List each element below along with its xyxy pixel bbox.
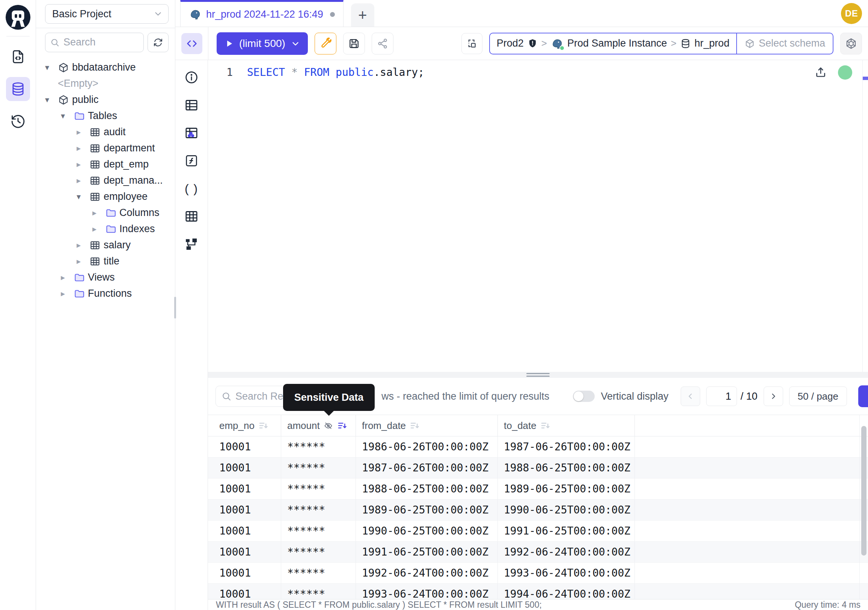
table-row[interactable]: 10001******1990-06-25T00:00:00Z1991-06-2… — [208, 521, 868, 542]
table-scrollbar-thumb[interactable] — [861, 426, 866, 556]
sidebar-search-input[interactable] — [64, 36, 139, 48]
schema-selector[interactable]: Select schema — [736, 33, 833, 54]
tree-item-tables[interactable]: ▾Tables — [36, 108, 175, 124]
next-page-button[interactable] — [764, 386, 783, 406]
column-header-from_date[interactable]: from_date — [356, 415, 498, 436]
tree-item-functions[interactable]: ▸Functions — [36, 286, 175, 302]
table-row[interactable]: 10001******1987-06-26T00:00:00Z1988-06-2… — [208, 458, 868, 478]
connection-breadcrumb[interactable]: Prod2 > Prod Sample Instance > hr_prod — [489, 33, 834, 54]
tree-item-audit[interactable]: ▸audit — [36, 124, 175, 140]
table-row[interactable]: 10001******1992-06-24T00:00:00Z1993-06-2… — [208, 563, 868, 584]
schema-diagram-icon[interactable] — [183, 235, 200, 253]
tree-item-dept-emp[interactable]: ▸dept_emp — [36, 156, 175, 172]
functions-panel-icon[interactable] — [183, 152, 200, 170]
history-icon[interactable] — [6, 109, 30, 133]
cell-to_date: 1987-06-26T00:00:00Z — [498, 436, 635, 457]
tree-item-indexes[interactable]: ▸Indexes — [36, 221, 175, 237]
caret-right-icon[interactable]: ▸ — [77, 241, 89, 250]
panel-resize-divider[interactable] — [208, 372, 868, 378]
result-table-header: emp_noamountfrom_dateto_date — [208, 415, 868, 436]
table-row[interactable]: 10001******1988-06-25T00:00:00Z1989-06-2… — [208, 478, 868, 500]
page-size-select[interactable]: 50 / page — [789, 386, 847, 406]
sidebar-resize-handle[interactable] — [174, 297, 176, 318]
vertical-display-toggle[interactable] — [573, 391, 595, 402]
sort-icon[interactable] — [337, 420, 348, 431]
sidebar: Basic Project ▾bbdataarchive<Empty>▾publ… — [36, 0, 175, 610]
tree-item-views[interactable]: ▸Views — [36, 269, 175, 286]
column-header-to_date[interactable]: to_date — [498, 415, 635, 436]
tree-item-title[interactable]: ▸title — [36, 253, 175, 269]
run-query-button[interactable]: (limit 500) — [217, 32, 308, 55]
column-header-amount[interactable]: amount — [281, 415, 356, 436]
code-panel-button[interactable] — [181, 33, 202, 54]
tab-bar: hr_prod 2024-11-22 16:49 + DE — [175, 0, 868, 27]
breadcrumb-separator: > — [541, 37, 547, 49]
tree-item-empty[interactable]: <Empty> — [36, 76, 175, 92]
caret-down-icon[interactable]: ▾ — [45, 63, 58, 73]
tree-item-label: Indexes — [119, 223, 155, 235]
parameters-panel-icon[interactable]: ( ) — [183, 180, 200, 197]
instance-label[interactable]: Prod Sample Instance — [567, 37, 667, 49]
tree-item-bbdataarchive[interactable]: ▾bbdataarchive — [36, 59, 175, 76]
sql-editor[interactable]: 1 SELECT * FROM public.salary; — [208, 60, 868, 372]
caret-right-icon[interactable]: ▸ — [77, 256, 89, 266]
result-table-body: 10001******1986-06-26T00:00:00Z1987-06-2… — [208, 436, 868, 599]
caret-down-icon[interactable]: ▾ — [61, 111, 74, 121]
refresh-icon — [153, 37, 163, 48]
caret-down-icon[interactable]: ▾ — [45, 95, 58, 105]
table-row[interactable]: 10001******1989-06-25T00:00:00Z1990-06-2… — [208, 500, 868, 521]
tree-item-employee[interactable]: ▾employee — [36, 189, 175, 205]
prev-page-button[interactable] — [680, 386, 700, 406]
caret-right-icon[interactable]: ▸ — [77, 143, 89, 153]
page-number-input[interactable] — [706, 386, 737, 406]
new-tab-button[interactable]: + — [351, 3, 374, 27]
refresh-button[interactable] — [147, 33, 169, 52]
caret-right-icon[interactable]: ▸ — [61, 273, 74, 282]
sort-icon[interactable] — [258, 420, 269, 431]
user-avatar[interactable]: DE — [841, 3, 862, 24]
tree-item-salary[interactable]: ▸salary — [36, 237, 175, 253]
save-button[interactable] — [343, 33, 365, 54]
database-label[interactable]: hr_prod — [694, 37, 730, 49]
caret-right-icon[interactable]: ▸ — [77, 160, 89, 169]
batch-query-button[interactable] — [461, 33, 482, 54]
cell-amount: ****** — [281, 500, 356, 520]
tree-item-public[interactable]: ▾public — [36, 92, 175, 108]
caret-right-icon[interactable]: ▸ — [61, 289, 74, 299]
database-panel-icon[interactable] — [6, 77, 30, 101]
export-button[interactable] — [858, 385, 868, 407]
caret-down-icon[interactable]: ▾ — [77, 192, 89, 202]
tree-item-dept-mana[interactable]: ▸dept_mana... — [36, 172, 175, 189]
caret-right-icon[interactable]: ▸ — [92, 208, 105, 218]
ai-assistant-button[interactable] — [840, 33, 862, 54]
tables-panel-icon[interactable] — [183, 96, 200, 114]
table-detail-icon[interactable] — [183, 207, 200, 225]
sort-icon[interactable] — [540, 420, 551, 431]
project-select[interactable]: Basic Project — [45, 4, 169, 24]
caret-right-icon[interactable]: ▸ — [77, 127, 89, 137]
worksheet-icon[interactable] — [6, 45, 30, 69]
tab-active[interactable]: hr_prod 2024-11-22 16:49 — [180, 0, 344, 27]
sidebar-search[interactable] — [45, 33, 144, 52]
cell-emp_no: 10001 — [208, 584, 281, 599]
share-button[interactable] — [372, 33, 394, 54]
format-sql-button[interactable] — [315, 33, 336, 54]
environment-label[interactable]: Prod2 — [497, 37, 524, 49]
editor-overview-ruler[interactable] — [862, 60, 868, 372]
table-row[interactable]: 10001******1991-06-25T00:00:00Z1992-06-2… — [208, 542, 868, 563]
tree-item-label: <Empty> — [58, 78, 98, 89]
tree-item-department[interactable]: ▸department — [36, 140, 175, 156]
app-logo[interactable] — [5, 4, 31, 31]
caret-right-icon[interactable]: ▸ — [92, 224, 105, 234]
masked-table-icon[interactable] — [183, 124, 200, 142]
caret-right-icon[interactable]: ▸ — [77, 176, 89, 186]
upload-sheet-icon[interactable] — [814, 66, 828, 79]
tree-item-columns[interactable]: ▸Columns — [36, 205, 175, 221]
tooltip-arrow — [324, 411, 334, 416]
column-header-emp_no[interactable]: emp_no — [208, 415, 281, 436]
sort-icon[interactable] — [409, 420, 420, 431]
sql-token — [298, 66, 304, 79]
table-row[interactable]: 10001******1986-06-26T00:00:00Z1987-06-2… — [208, 436, 868, 458]
table-row[interactable]: 10001******1993-06-24T00:00:00Z1994-06-2… — [208, 584, 868, 599]
info-icon[interactable] — [183, 68, 200, 86]
